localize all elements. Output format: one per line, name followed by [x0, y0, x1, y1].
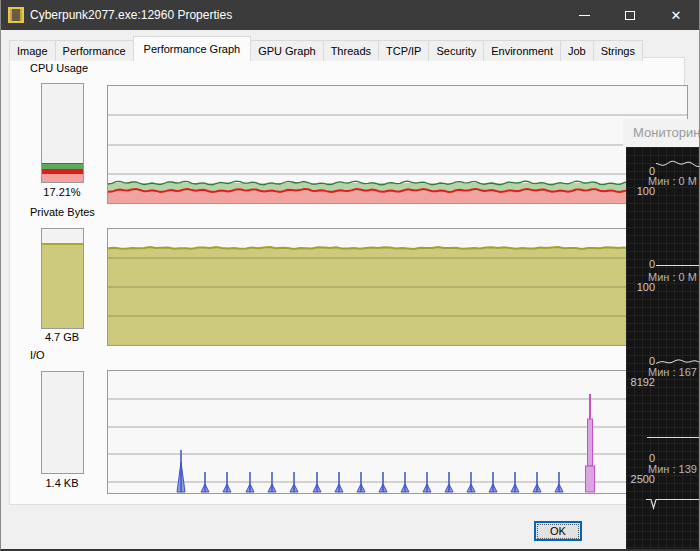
app-icon	[8, 7, 24, 23]
cpu-meter-kernel-line	[42, 169, 83, 174]
minimize-button[interactable]	[561, 0, 607, 30]
private-bytes-history-graph	[107, 228, 688, 346]
tab-image[interactable]: Image	[9, 40, 56, 61]
monitoring-panel-title-bar[interactable]: Мониторинг	[623, 119, 700, 147]
io-history-graph	[107, 370, 688, 494]
io-meter	[41, 371, 84, 474]
cpu-history-graph	[107, 85, 688, 204]
window-title: Cyberpunk2077.exe:12960 Properties	[30, 8, 561, 22]
monitor-max-3: 8192	[626, 377, 655, 388]
ok-button-label: OK	[538, 525, 578, 538]
monitor-min-4: Мин : 139	[648, 464, 697, 475]
properties-window: Cyberpunk2077.exe:12960 Properties ✕ Ima…	[0, 0, 700, 551]
tab-tcpip[interactable]: TCP/IP	[378, 40, 429, 61]
private-bytes-meter-fill	[42, 243, 83, 328]
private-bytes-history-chart	[108, 229, 687, 345]
monitor-min-3: Мин : 167	[648, 367, 697, 378]
monitoring-panel-body: 0 Мин : 0 М 100 0 Мин : 0 М 100 0 Мин : …	[626, 147, 700, 551]
performance-graph-page: CPU Usage 17.21% Private Bytes 4.7 GB I/…	[9, 57, 685, 505]
monitor-max-2: 100	[626, 282, 655, 293]
monitor-min-2: Мин : 0 М	[648, 272, 697, 283]
monitor-sparkline-1	[656, 158, 700, 170]
tab-security[interactable]: Security	[428, 40, 484, 61]
private-bytes-meter	[41, 228, 84, 329]
maximize-icon	[625, 11, 635, 20]
monitor-current-2: 0	[626, 259, 655, 270]
cpu-meter-kernel-fill	[42, 174, 83, 182]
monitor-sparkline-4-notch	[643, 498, 700, 511]
cpu-usage-label: CPU Usage	[30, 62, 88, 74]
tab-performance[interactable]: Performance	[55, 40, 134, 61]
monitor-sparkline-2	[656, 265, 700, 266]
tab-strings[interactable]: Strings	[593, 40, 643, 61]
close-icon: ✕	[671, 9, 682, 22]
io-history-chart	[108, 371, 687, 493]
monitoring-panel: Мониторинг 0 Мин : 0 М 100 0 Мин : 0 М 1…	[623, 119, 700, 551]
cpu-usage-meter	[41, 83, 84, 183]
monitor-max-1: 100	[626, 186, 655, 197]
cpu-usage-value: 17.21%	[22, 186, 102, 198]
tab-environment[interactable]: Environment	[483, 40, 561, 61]
monitor-sparkline-4-top	[647, 437, 700, 438]
tab-gpu-graph[interactable]: GPU Graph	[250, 40, 323, 61]
private-bytes-value: 4.7 GB	[22, 331, 102, 343]
minimize-icon	[579, 15, 590, 16]
cpu-meter-user-fill	[42, 163, 83, 169]
monitor-min-1: Мин : 0 М	[648, 176, 697, 187]
tab-strip: Image Performance Performance Graph GPU …	[9, 36, 642, 61]
tab-performance-graph[interactable]: Performance Graph	[133, 36, 252, 61]
maximize-button[interactable]	[607, 0, 653, 30]
io-value: 1.4 KB	[22, 477, 102, 489]
monitor-max-4: 2500	[626, 474, 655, 485]
tab-threads[interactable]: Threads	[323, 40, 379, 61]
cpu-history-chart	[108, 86, 687, 203]
close-button[interactable]: ✕	[653, 0, 699, 30]
tab-job[interactable]: Job	[560, 40, 594, 61]
ok-button[interactable]: OK	[534, 521, 582, 541]
private-bytes-label: Private Bytes	[30, 206, 95, 218]
io-label: I/O	[30, 349, 45, 361]
title-bar[interactable]: Cyberpunk2077.exe:12960 Properties ✕	[1, 0, 699, 30]
